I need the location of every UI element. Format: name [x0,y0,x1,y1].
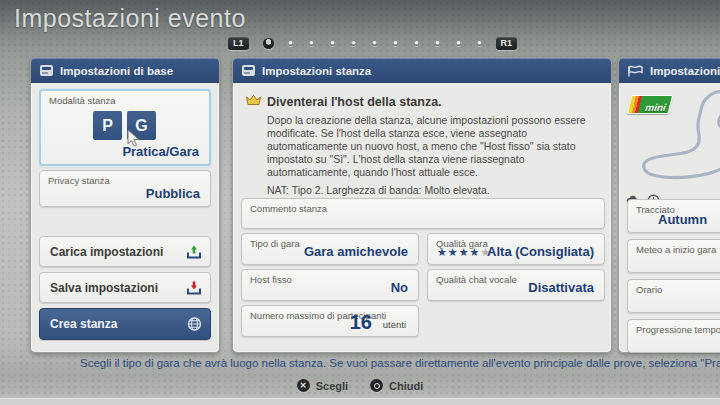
room-comment-label: Commento stanza [250,203,327,214]
race-type-field[interactable]: Tipo di gara Gara amichevole [241,233,419,265]
fixed-host-value: No [391,280,408,295]
voice-chat-value: Disattivata [528,280,594,295]
room-mode-value: Pratica/Gara [122,144,199,159]
settings-icon [242,65,255,76]
page-title: Impostazioni evento [14,4,246,33]
create-room-button[interactable]: Crea stanza [39,308,211,340]
nav-dots [288,41,482,46]
track-value: Autumn [658,212,707,227]
panel-base-header: Impostazioni di base [31,58,219,83]
save-settings-button[interactable]: Salva impostazioni [39,272,211,303]
panel-base-title: Impostazioni di base [60,65,173,77]
time-field[interactable]: Orario [627,279,720,313]
voice-chat-field[interactable]: Qualità chat vocale Disattivata [427,269,605,301]
max-participants-value: 16 [350,311,372,334]
race-quality-value: Alta (Consigliata) [487,244,594,259]
event-settings-screen: Impostazioni evento L1 R1 Impostazioni d… [0,0,720,405]
host-notice-body: Dopo la creazione della stanza, alcune i… [267,114,603,179]
active-page-dot [263,38,274,49]
privacy-label: Privacy stanza [48,175,110,186]
page-dot [456,41,461,46]
room-mode-field[interactable]: Modalità stanza P G Pratica/Gara [39,89,211,166]
r1-shoulder-button[interactable]: R1 [496,37,518,50]
circle-button-icon [370,379,383,392]
page-dot [477,41,482,46]
bottom-strip [0,398,720,405]
panel-room-title: Impostazioni stanza [262,65,371,77]
panel-base-settings: Impostazioni di base Modalità stanza P G… [30,57,220,353]
panel-room-settings: Impostazioni stanza Diventerai l'host de… [232,57,612,353]
help-text: Scegli il tipo di gara che avrà luogo ne… [0,357,720,369]
weather-field[interactable]: Meteo a inizio gara [627,239,720,273]
select-button[interactable]: ✕ Scegli [297,379,348,392]
flag-icon [628,65,643,77]
settings-icon [40,65,53,76]
race-type-value: Gara amichevole [304,244,408,259]
page-dot [414,41,419,46]
privacy-value: Pubblica [146,186,200,201]
load-settings-button[interactable]: Carica impostazioni [39,236,211,267]
globe-icon [187,317,202,332]
page-dot [351,41,356,46]
panel-room-header: Impostazioni stanza [233,58,611,83]
panel-track-header: Impostazioni tracciato [619,58,720,83]
close-button[interactable]: Chiudi [370,379,423,392]
time-progression-field[interactable]: Progressione temporale [627,319,720,353]
page-dot [330,41,335,46]
host-crown-icon [245,94,262,107]
page-dot [372,41,377,46]
l1-shoulder-button[interactable]: L1 [228,37,249,50]
footer-buttons: ✕ Scegli Chiudi [0,379,720,392]
page-dot [309,41,314,46]
max-participants-field[interactable]: Numero massimo di partecipanti 16 utenti [241,305,419,337]
page-dot [393,41,398,46]
mode-tiles: P G [93,111,156,140]
room-mode-label: Modalità stanza [49,95,116,106]
track-field[interactable]: Tracciato Autumn [627,199,720,233]
page-dot [435,41,440,46]
max-participants-unit: utenti [383,319,406,330]
host-notice-title: Diventerai l'host della stanza. [267,95,442,109]
page-indicator: L1 R1 [228,37,517,50]
panel-track-title: Impostazioni tracciato [650,65,720,77]
fixed-host-field[interactable]: Host fisso No [241,269,419,301]
privacy-field[interactable]: Privacy stanza Pubblica [39,170,211,207]
nat-info: NAT: Tipo 2. Larghezza di banda: Molto e… [267,184,490,196]
room-comment-field[interactable]: Commento stanza [241,198,605,229]
page-dot [288,41,293,46]
track-logo: mini [627,95,674,114]
download-icon [186,280,202,295]
panel-track-settings: Impostazioni tracciato mini Tracciato Au… [618,57,720,353]
practice-tile: P [93,111,122,140]
quality-stars: ★★★★★ [437,246,491,259]
race-quality-field[interactable]: Qualità gara ★★★★★ Alta (Consigliata) [427,233,605,265]
cross-button-icon: ✕ [297,379,310,392]
upload-icon [186,244,202,259]
